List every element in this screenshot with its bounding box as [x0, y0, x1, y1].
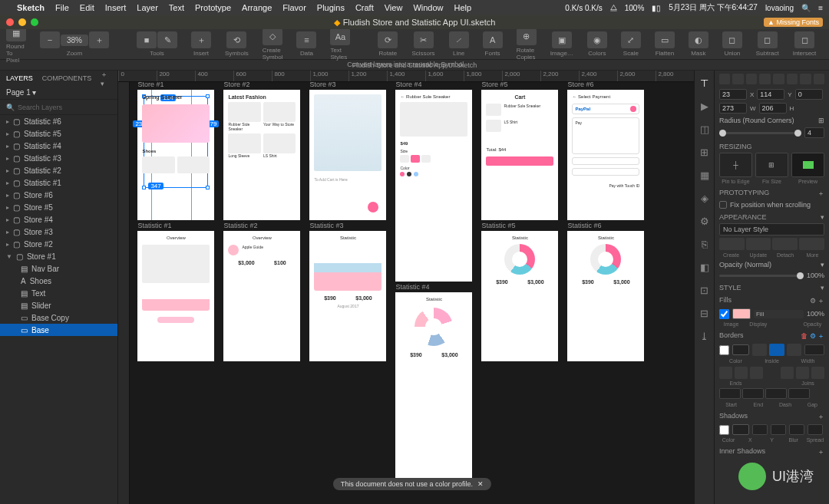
- page-selector[interactable]: Page 1 ▾: [0, 86, 117, 100]
- toolbar-btn[interactable]: ⟋: [449, 31, 469, 48]
- border-center-btn[interactable]: [769, 344, 784, 356]
- artboard[interactable]: Statistic #6Statistic$390$3,000: [567, 231, 644, 361]
- artboard[interactable]: Statistic #1Overview: [137, 231, 214, 361]
- dash-dash[interactable]: [765, 388, 787, 399]
- layer-row[interactable]: ▤Nav Bar: [0, 262, 117, 275]
- toolbar-btn[interactable]: ◐: [689, 31, 708, 48]
- toolbar-btn[interactable]: ⊕: [517, 28, 537, 45]
- menu-craft[interactable]: Craft: [355, 3, 374, 12]
- border-width-input[interactable]: [804, 344, 824, 355]
- artboard[interactable]: Store #6← Select PaymentPayPal PayPay wi…: [567, 90, 644, 220]
- menu-plugins[interactable]: Plugins: [317, 3, 345, 12]
- layer-row[interactable]: ▭Base Copy: [0, 311, 117, 324]
- dash-start[interactable]: [719, 388, 741, 399]
- layer-row[interactable]: ▸▢Statistic #1: [0, 176, 117, 189]
- status-datetime[interactable]: 5月23日 周六 下午6:44:27: [669, 2, 758, 13]
- gear-icon[interactable]: ⚙: [810, 332, 816, 340]
- menu-flavor[interactable]: Flavor: [282, 3, 306, 12]
- layer-row[interactable]: ▸▢Statistic #2: [0, 164, 117, 176]
- align-controls[interactable]: [719, 74, 824, 84]
- chevron-down-icon[interactable]: ▾: [821, 213, 824, 221]
- artboard[interactable]: Store #2Latest FashionRubber Side Sneake…: [223, 90, 300, 220]
- layers-tab[interactable]: LAYERS: [6, 74, 33, 82]
- close-icon[interactable]: ✕: [477, 480, 484, 488]
- end-cap-1[interactable]: [719, 367, 732, 379]
- toolbar-btn[interactable]: ◇: [263, 28, 282, 45]
- artboard-label[interactable]: Statistic #2: [223, 222, 257, 229]
- layer-row[interactable]: ▭Base: [0, 324, 117, 336]
- shadow-swatch[interactable]: [732, 424, 749, 435]
- join-1[interactable]: [781, 367, 794, 379]
- layer-row[interactable]: ▼▢Store #1: [0, 250, 117, 262]
- menu-file[interactable]: File: [55, 3, 69, 12]
- toolbar-btn[interactable]: ＋: [191, 31, 211, 48]
- ab7-icon[interactable]: ⊟: [699, 307, 711, 319]
- fill-type-select[interactable]: Fill: [754, 310, 804, 318]
- artboard-label[interactable]: Statistic #4: [395, 283, 429, 291]
- ab2-icon[interactable]: ⊞: [699, 146, 711, 158]
- border-outside-btn[interactable]: [787, 344, 801, 356]
- radius-slider[interactable]: [719, 132, 801, 134]
- play-icon[interactable]: ▶: [699, 100, 711, 112]
- angle-input[interactable]: [795, 89, 823, 100]
- wifi-icon[interactable]: ⧋: [610, 3, 617, 12]
- toolbar-btn[interactable]: ▭: [655, 31, 675, 48]
- add-icon[interactable]: ＋: [817, 189, 824, 199]
- ab5-icon[interactable]: ◧: [699, 261, 711, 273]
- layer-row[interactable]: ▸▢Statistic #3: [0, 152, 117, 164]
- layer-row[interactable]: ▤Text: [0, 287, 117, 299]
- disclosure-icon[interactable]: ▸: [6, 118, 9, 125]
- remove-icon[interactable]: 🗑: [801, 332, 808, 340]
- toolbar-btn[interactable]: ▣: [552, 31, 572, 48]
- toolbar-btn[interactable]: ◻: [794, 31, 814, 48]
- pos-x-input[interactable]: [719, 89, 747, 100]
- gear-icon[interactable]: ⚙: [810, 297, 816, 305]
- layer-row[interactable]: ▸▢Store #6: [0, 189, 117, 201]
- artboard-label[interactable]: Store #1: [137, 82, 163, 88]
- disclosure-icon[interactable]: ▸: [6, 167, 9, 174]
- artboard-label[interactable]: Store #3: [309, 82, 335, 88]
- zoom-window[interactable]: [31, 18, 38, 26]
- add-icon[interactable]: ＋: [817, 447, 824, 457]
- toolbar-btn[interactable]: ⟲: [226, 31, 246, 48]
- toolbar-btn[interactable]: ⟳: [378, 31, 398, 48]
- menu-insert[interactable]: Insert: [105, 3, 127, 12]
- add-fill-icon[interactable]: ＋: [817, 297, 824, 305]
- layer-row[interactable]: ▸▢Statistic #4: [0, 140, 117, 152]
- zoom-in[interactable]: ＋: [89, 31, 109, 48]
- toolbar-btn[interactable]: ◻: [758, 31, 778, 48]
- dash-gap[interactable]: [788, 388, 810, 399]
- artboard[interactable]: Statistic #4Statistic$390$3,000: [395, 292, 472, 484]
- style-detach-btn[interactable]: [772, 238, 798, 250]
- disclosure-icon[interactable]: ▸: [6, 216, 9, 223]
- export-icon[interactable]: ⤓: [699, 330, 711, 342]
- menu-view[interactable]: View: [385, 3, 403, 12]
- disclosure-icon[interactable]: ▸: [6, 143, 9, 150]
- opacity-slider[interactable]: [719, 275, 804, 277]
- layer-row[interactable]: ▤Slider: [0, 299, 117, 311]
- toolbar-btn[interactable]: ⤢: [621, 31, 641, 48]
- artboard-label[interactable]: Statistic #6: [567, 222, 601, 229]
- gear-icon[interactable]: ⚙: [699, 215, 711, 227]
- disclosure-icon[interactable]: ▸: [6, 192, 9, 199]
- minimize-window[interactable]: [18, 18, 26, 26]
- pin-edge-control[interactable]: ┼: [719, 153, 752, 177]
- layer-row[interactable]: ▸▢Store #4: [0, 213, 117, 226]
- menu-help[interactable]: Help: [454, 3, 472, 12]
- canvas[interactable]: Store #11142379347Spring SummerShoesStat…: [130, 82, 694, 504]
- join-3[interactable]: [811, 367, 824, 379]
- style-more-btn[interactable]: [799, 238, 824, 250]
- ab1-icon[interactable]: ◫: [699, 123, 711, 135]
- artboard[interactable]: Store #3To Add Cart is Here: [309, 90, 386, 220]
- status-user[interactable]: lovaoing: [765, 4, 794, 12]
- menu-prototype[interactable]: Prototype: [195, 3, 231, 12]
- menu-edit[interactable]: Edit: [80, 3, 94, 12]
- disclosure-icon[interactable]: ▸: [6, 130, 9, 137]
- end-cap-3[interactable]: [750, 367, 763, 379]
- style-update-btn[interactable]: [746, 238, 771, 250]
- toolbar-btn[interactable]: ≡: [296, 31, 316, 48]
- radius-dropdown-icon[interactable]: ⊞: [818, 117, 824, 124]
- artboard-label[interactable]: Store #5: [481, 82, 507, 88]
- components-tab[interactable]: COMPONENTS: [42, 74, 92, 82]
- artboard-label[interactable]: Store #6: [567, 82, 593, 88]
